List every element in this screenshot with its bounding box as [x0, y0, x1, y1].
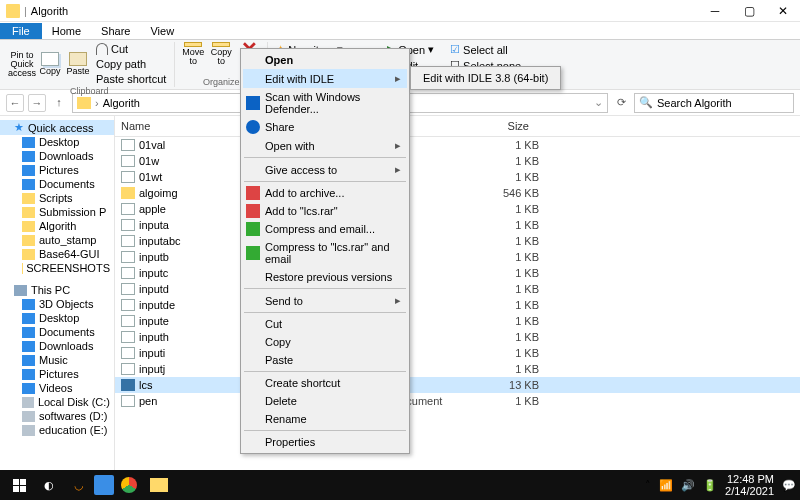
ctx-idle-38[interactable]: Edit with IDLE 3.8 (64-bit): [413, 69, 558, 87]
nav-item[interactable]: auto_stamp: [0, 233, 114, 247]
ctx-shortcut[interactable]: Create shortcut: [243, 374, 407, 392]
file-row[interactable]: lcs13 KB: [115, 377, 800, 393]
copy-button[interactable]: Copy: [38, 52, 62, 76]
select-all-button[interactable]: ☑Select all: [448, 42, 523, 57]
nav-item[interactable]: Music: [0, 353, 114, 367]
forward-button[interactable]: →: [28, 94, 46, 112]
file-row[interactable]: inputj1 KB: [115, 361, 800, 377]
nav-item[interactable]: Pictures: [0, 367, 114, 381]
tray-wifi-icon[interactable]: 📶: [659, 479, 673, 492]
taskbar-app-2[interactable]: [94, 475, 114, 495]
file-row[interactable]: inputde1 KB: [115, 297, 800, 313]
ctx-sendto[interactable]: Send to▸: [243, 291, 407, 310]
col-size[interactable]: Size: [465, 118, 535, 134]
tab-file[interactable]: File: [0, 23, 42, 39]
ctx-compressemail[interactable]: Compress and email...: [243, 220, 407, 238]
file-row[interactable]: inputb1 KB: [115, 249, 800, 265]
file-row[interactable]: apple1 KB: [115, 201, 800, 217]
nav-item[interactable]: Desktop: [0, 135, 114, 149]
file-row[interactable]: 01val1 KB: [115, 137, 800, 153]
nav-item[interactable]: Desktop: [0, 311, 114, 325]
paste-shortcut-button[interactable]: Paste shortcut: [94, 72, 168, 86]
tray-chevron-icon[interactable]: ˄: [645, 479, 651, 492]
ctx-addlcs[interactable]: Add to "lcs.rar": [243, 202, 407, 220]
minimize-button[interactable]: ─: [698, 0, 732, 22]
tray-battery-icon[interactable]: 🔋: [703, 479, 717, 492]
move-to-button[interactable]: Move to: [181, 42, 205, 66]
nav-item[interactable]: Downloads: [0, 149, 114, 163]
tray-notifications-icon[interactable]: 💬: [782, 479, 796, 492]
copy-to-button[interactable]: Copy to: [209, 42, 233, 66]
nav-item[interactable]: Documents: [0, 325, 114, 339]
file-size: 13 KB: [469, 379, 539, 391]
taskbar-explorer[interactable]: [144, 472, 174, 498]
up-button[interactable]: ↑: [50, 94, 68, 112]
nav-item[interactable]: Documents: [0, 177, 114, 191]
file-row[interactable]: inputi1 KB: [115, 345, 800, 361]
close-button[interactable]: ✕: [766, 0, 800, 22]
nav-item[interactable]: Submission P: [0, 205, 114, 219]
nav-item[interactable]: Pictures: [0, 163, 114, 177]
nav-item[interactable]: softwares (D:): [0, 409, 114, 423]
ctx-paste[interactable]: Paste: [243, 351, 407, 369]
taskbar-app-1[interactable]: ◡: [64, 472, 94, 498]
paste-button[interactable]: Paste: [66, 52, 90, 76]
tab-share[interactable]: Share: [91, 23, 140, 39]
disk-icon: [22, 425, 35, 436]
nav-item[interactable]: 3D Objects: [0, 297, 114, 311]
nav-label: Pictures: [39, 368, 79, 380]
ctx-cut[interactable]: Cut: [243, 315, 407, 333]
ctx-copy[interactable]: Copy: [243, 333, 407, 351]
file-row[interactable]: inputabc1 KB: [115, 233, 800, 249]
ctx-properties[interactable]: Properties: [243, 433, 407, 451]
nav-item[interactable]: Videos: [0, 381, 114, 395]
taskbar-cortana[interactable]: ◐: [34, 472, 64, 498]
nav-label: Videos: [39, 382, 72, 394]
ctx-scan[interactable]: Scan with Windows Defender...: [243, 88, 407, 118]
nav-item[interactable]: Scripts: [0, 191, 114, 205]
ctx-restore[interactable]: Restore previous versions: [243, 268, 407, 286]
nav-item[interactable]: Algorith: [0, 219, 114, 233]
refresh-button[interactable]: ⟳: [612, 96, 630, 109]
chevron-down-icon[interactable]: ⌄: [594, 96, 603, 109]
nav-item[interactable]: education (E:): [0, 423, 114, 437]
ctx-rename[interactable]: Rename: [243, 410, 407, 428]
nav-item[interactable]: SCREENSHOTS: [0, 261, 114, 275]
back-button[interactable]: ←: [6, 94, 24, 112]
ctx-openwith[interactable]: Open with▸: [243, 136, 407, 155]
ctx-open[interactable]: Open: [243, 51, 407, 69]
file-row[interactable]: 01w1 KB: [115, 153, 800, 169]
nav-item[interactable]: Downloads: [0, 339, 114, 353]
ctx-compresslcs[interactable]: Compress to "lcs.rar" and email: [243, 238, 407, 268]
nav-label: Downloads: [39, 340, 93, 352]
search-input[interactable]: 🔍 Search Algorith: [634, 93, 794, 113]
file-row[interactable]: inputa1 KB: [115, 217, 800, 233]
nav-item[interactable]: Base64-GUI: [0, 247, 114, 261]
tab-view[interactable]: View: [140, 23, 184, 39]
ctx-share[interactable]: Share: [243, 118, 407, 136]
ctx-edit-idle[interactable]: Edit with IDLE▸: [243, 69, 407, 88]
taskbar-chrome[interactable]: [114, 472, 144, 498]
ctx-addarchive[interactable]: Add to archive...: [243, 184, 407, 202]
pin-quick-access-button[interactable]: Pin to Quick access: [10, 52, 34, 76]
cut-button[interactable]: Cut: [94, 42, 168, 56]
maximize-button[interactable]: ▢: [732, 0, 766, 22]
file-row[interactable]: 01wt1 KB: [115, 169, 800, 185]
ctx-giveaccess[interactable]: Give access to▸: [243, 160, 407, 179]
tray-volume-icon[interactable]: 🔊: [681, 479, 695, 492]
start-button[interactable]: [4, 472, 34, 498]
nav-item[interactable]: This PC: [0, 283, 114, 297]
ctx-delete[interactable]: Delete: [243, 392, 407, 410]
nav-item[interactable]: ★Quick access: [0, 120, 114, 135]
tab-home[interactable]: Home: [42, 23, 91, 39]
copy-path-button[interactable]: Copy path: [94, 57, 168, 71]
col-name[interactable]: Name: [115, 118, 255, 134]
file-row[interactable]: inputh1 KB: [115, 329, 800, 345]
file-row[interactable]: algoimg546 KB: [115, 185, 800, 201]
file-row[interactable]: inpute1 KB: [115, 313, 800, 329]
nav-item[interactable]: Local Disk (C:): [0, 395, 114, 409]
file-row[interactable]: pen2/9/2021 1:26 AMText Document1 KB: [115, 393, 800, 409]
file-row[interactable]: inputd1 KB: [115, 281, 800, 297]
tray-clock[interactable]: 12:48 PM 2/14/2021: [725, 473, 774, 497]
file-row[interactable]: inputc1 KB: [115, 265, 800, 281]
